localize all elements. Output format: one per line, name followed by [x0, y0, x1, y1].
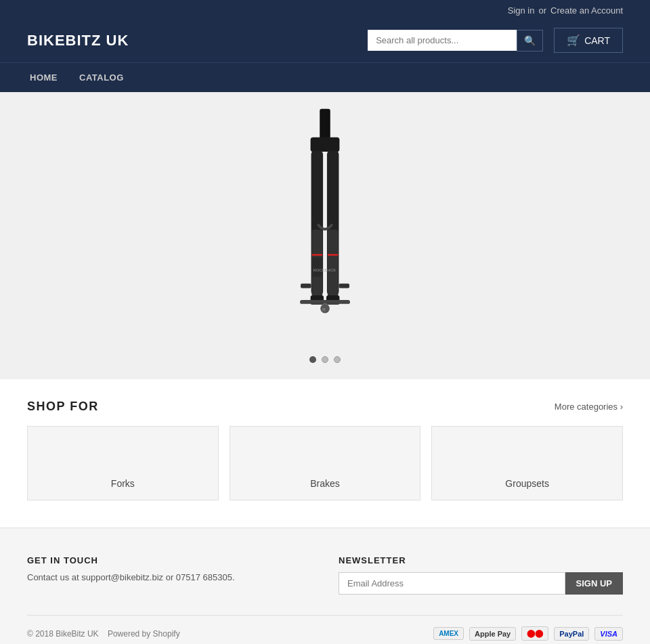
category-grid: Forks Brakes Groupsets	[27, 426, 623, 500]
slider-dots	[309, 356, 341, 372]
svg-rect-1	[311, 137, 340, 152]
footer-contact-section: GET IN TOUCH Contact us at support@bikeb…	[27, 555, 311, 595]
payment-icons: AMEX Apple Pay ⬤⬤ PayPal VISA	[433, 626, 623, 641]
visa-badge: VISA	[594, 627, 623, 641]
header-main: BIKEBITZ UK 🔍 🛒 CART	[0, 21, 650, 62]
footer-newsletter-title: NEWSLETTER	[339, 555, 623, 565]
category-card-groupsets[interactable]: Groupsets	[431, 426, 623, 500]
svg-rect-5	[328, 230, 339, 299]
footer-newsletter-section: NEWSLETTER SIGN UP	[339, 555, 623, 595]
apple-pay-badge: Apple Pay	[469, 627, 516, 641]
footer-contact-text: Contact us at support@bikebitz.biz or 07…	[27, 572, 311, 582]
amex-badge: AMEX	[433, 627, 464, 640]
fork-image: ROCKSHOX R	[257, 106, 393, 349]
slide-dot-1[interactable]	[309, 356, 316, 363]
signup-button[interactable]: SIGN UP	[565, 572, 623, 595]
sign-in-link[interactable]: Sign in	[508, 5, 535, 16]
shop-header: SHOP FOR More categories ›	[27, 400, 623, 414]
search-button[interactable]: 🔍	[517, 30, 543, 51]
category-card-forks[interactable]: Forks	[27, 426, 219, 500]
footer: GET IN TOUCH Contact us at support@bikeb…	[0, 528, 650, 644]
footer-copyright: © 2018 BikeBitz UK Powered by Shopify	[27, 629, 180, 639]
shop-section: SHOP FOR More categories › Forks Brakes …	[0, 379, 650, 528]
nav-home[interactable]: HOME	[27, 63, 60, 92]
powered-by-link[interactable]: Powered by Shopify	[108, 629, 180, 639]
cart-button[interactable]: 🛒 CART	[554, 28, 623, 53]
or-separator: or	[538, 5, 546, 16]
search-form: 🔍	[368, 30, 543, 51]
email-input[interactable]	[339, 572, 565, 595]
cart-label: CART	[584, 35, 610, 46]
svg-text:ROCKSHOX: ROCKSHOX	[313, 268, 335, 272]
copyright-text: © 2018 BikeBitz UK	[27, 629, 99, 639]
search-icon: 🔍	[524, 35, 536, 46]
category-card-brakes[interactable]: Brakes	[230, 426, 421, 500]
footer-bottom: © 2018 BikeBitz UK Powered by Shopify AM…	[27, 615, 623, 641]
footer-content: GET IN TOUCH Contact us at support@bikeb…	[27, 555, 623, 595]
category-label-brakes: Brakes	[310, 478, 340, 489]
category-label-groupsets: Groupsets	[505, 478, 549, 489]
svg-rect-0	[320, 109, 330, 139]
svg-text:R: R	[322, 307, 326, 312]
hero-slider: ROCKSHOX R	[0, 92, 650, 379]
category-label-forks: Forks	[111, 478, 135, 489]
nav-catalog[interactable]: CATALOG	[77, 63, 127, 92]
svg-rect-11	[313, 257, 322, 277]
svg-rect-13	[312, 254, 323, 256]
search-input[interactable]	[368, 30, 517, 51]
header-top-bar: Sign in or Create an Account	[0, 0, 650, 21]
hero-image-area: ROCKSHOX R	[257, 106, 393, 349]
mastercard-badge: ⬤⬤	[521, 626, 548, 641]
paypal-badge: PayPal	[554, 627, 589, 641]
slide-dot-2[interactable]	[322, 356, 328, 363]
header-right: 🔍 🛒 CART	[368, 28, 623, 53]
nav-bar: HOME CATALOG	[0, 62, 650, 92]
create-account-link[interactable]: Create an Account	[550, 5, 623, 16]
shop-title: SHOP FOR	[27, 400, 99, 414]
site-logo[interactable]: BIKEBITZ UK	[27, 32, 129, 49]
more-categories-link[interactable]: More categories ›	[555, 402, 623, 412]
svg-rect-10	[339, 284, 349, 288]
svg-rect-9	[301, 284, 311, 288]
svg-rect-8	[300, 300, 350, 304]
newsletter-form: SIGN UP	[339, 572, 623, 595]
footer-contact-title: GET IN TOUCH	[27, 555, 311, 565]
cart-icon: 🛒	[567, 34, 580, 47]
svg-rect-14	[328, 254, 339, 256]
slide-dot-3[interactable]	[334, 356, 341, 363]
